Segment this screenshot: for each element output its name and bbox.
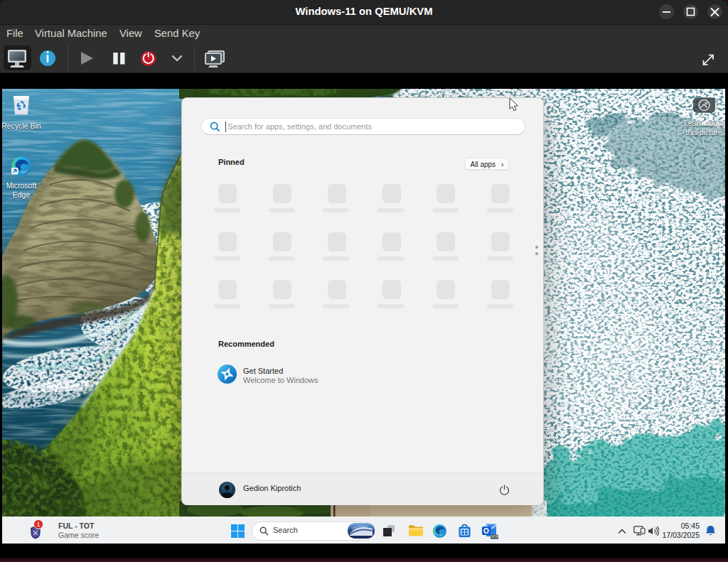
svg-text:NEW: NEW [491,535,498,539]
svg-text:O: O [483,527,489,535]
